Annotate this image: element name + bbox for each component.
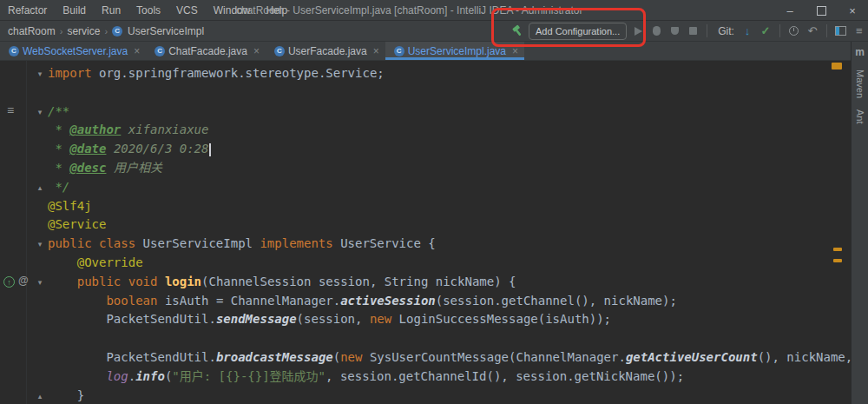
title-bar: RefactorBuildRunToolsVCSWindowHelp chatR… xyxy=(0,0,868,21)
code-token: activeSession xyxy=(340,294,436,308)
breadcrumb-item-service[interactable]: service xyxy=(64,25,102,37)
code-token: (session.getChannel(), nickName); xyxy=(436,294,677,308)
code-line-1[interactable]: import org.springframework.stereotype.Se… xyxy=(48,64,851,83)
code-line-12[interactable]: public void login(ChannelSession session… xyxy=(48,273,851,292)
gutter-separator xyxy=(26,61,27,404)
code-line-14[interactable]: PacketSendUtil.sendMessage(session, new … xyxy=(48,310,851,329)
tool-window-button-ant[interactable]: Ant xyxy=(855,109,865,124)
code-token xyxy=(48,369,106,383)
run-toolbar: Add Configuration... Git: ↓ ✓ ↶ ≡ xyxy=(510,21,866,41)
add-configuration-button[interactable]: Add Configuration... xyxy=(529,23,627,40)
code-token: @desc xyxy=(69,161,106,175)
build-hammer-icon[interactable] xyxy=(510,24,524,38)
minimize-icon[interactable]: – xyxy=(774,0,806,21)
code-line-9[interactable]: @Service xyxy=(48,215,851,235)
code-line-3[interactable]: /** xyxy=(48,103,851,122)
code-line-4[interactable]: * @author xifanxiaxue xyxy=(48,121,851,140)
tab-close-icon[interactable]: × xyxy=(253,45,260,57)
tab-close-icon[interactable]: × xyxy=(512,45,518,57)
git-label: Git: xyxy=(718,25,734,37)
code-token: xifanxiaxue xyxy=(121,123,208,136)
window-title: chatRoom - UserServiceImpl.java [chatRoo… xyxy=(236,0,582,21)
maven-m-icon[interactable]: m xyxy=(855,46,865,58)
navigation-toolbar: chatRoom›service›CUserServiceImpl Add Co… xyxy=(0,21,868,42)
fold-marker[interactable]: ▾ xyxy=(33,239,47,249)
breadcrumb-item-chatRoom[interactable]: chatRoom xyxy=(5,25,58,37)
code-area[interactable]: import org.springframework.stereotype.Se… xyxy=(48,64,851,404)
fold-marker[interactable]: ▴ xyxy=(33,182,47,193)
git-update-icon[interactable]: ↓ xyxy=(740,24,754,38)
code-line-2[interactable] xyxy=(48,83,851,103)
code-token: */ xyxy=(48,180,69,194)
code-token xyxy=(48,255,77,269)
tab-close-icon[interactable]: × xyxy=(373,45,379,57)
fold-marker[interactable]: ▴ xyxy=(33,391,47,401)
menu-item-run[interactable]: Run xyxy=(94,0,128,21)
maximize-icon[interactable] xyxy=(806,0,837,21)
code-token: broadcastMessage xyxy=(216,350,333,364)
code-line-16[interactable]: PacketSendUtil.broadcastMessage(new SysU… xyxy=(48,348,851,368)
run-play-icon[interactable] xyxy=(631,24,645,38)
fold-marker[interactable]: ▾ xyxy=(33,107,47,117)
code-token: (ChannelSession session, String nickName… xyxy=(201,275,516,288)
code-token xyxy=(48,294,106,308)
stop-icon[interactable] xyxy=(686,24,700,38)
code-token: SysUserCountMessage(ChannelManager. xyxy=(362,350,625,364)
rollback-undo-icon[interactable]: ↶ xyxy=(806,24,819,38)
code-token: . xyxy=(128,369,135,383)
code-line-13[interactable]: boolean isAuth = ChannelManager.activeSe… xyxy=(48,292,851,311)
coverage-shield-icon[interactable] xyxy=(667,24,681,38)
hammer-glyph xyxy=(511,24,524,37)
editor-tab-WebSocketServer.java[interactable]: CWebSocketServer.java× xyxy=(0,42,146,60)
editor[interactable]: ≡ ↑ @ import org.springframework.stereot… xyxy=(0,61,851,404)
code-token: @Slf4j xyxy=(48,199,92,213)
fold-marker[interactable]: ▾ xyxy=(33,277,47,288)
scrollbar-marker xyxy=(833,248,842,251)
menu-item-refactor[interactable]: Refactor xyxy=(0,0,55,21)
implements-method-icon[interactable]: ↑ xyxy=(3,276,15,288)
tab-close-icon[interactable]: × xyxy=(134,45,140,57)
structure-list-icon[interactable]: ≡ xyxy=(7,104,14,116)
history-clock-icon[interactable] xyxy=(787,24,801,38)
code-token: (), nickName, xyxy=(758,350,851,364)
editor-tab-UserFacade.java[interactable]: CUserFacade.java× xyxy=(266,42,385,60)
code-line-11[interactable]: @Override xyxy=(48,254,851,273)
menu-item-build[interactable]: Build xyxy=(55,0,94,21)
breadcrumb-separator: › xyxy=(58,26,65,36)
list-icon[interactable]: ≡ xyxy=(852,24,866,38)
editor-tab-ChatFacade.java[interactable]: CChatFacade.java× xyxy=(146,42,266,60)
code-line-17[interactable]: log.info("用户: [{}-{}]登陆成功", session.getC… xyxy=(48,368,851,387)
close-icon[interactable]: × xyxy=(837,0,868,21)
code-line-7[interactable]: */ xyxy=(48,178,851,197)
fold-marker[interactable]: ▾ xyxy=(33,69,47,79)
layout-window-icon[interactable] xyxy=(834,24,848,38)
tab-label: UserFacade.java xyxy=(288,45,367,57)
window-controls: – × xyxy=(774,0,868,21)
code-line-18[interactable]: } xyxy=(48,387,851,404)
code-token: (session, xyxy=(297,312,370,326)
tab-bar: CWebSocketServer.java×CChatFacade.java×C… xyxy=(0,42,851,61)
debug-bug-icon[interactable] xyxy=(649,24,663,38)
code-line-8[interactable]: @Slf4j xyxy=(48,197,851,216)
class-icon: C xyxy=(112,26,122,36)
code-token: PacketSendUtil. xyxy=(48,350,216,364)
code-token: 2020/6/3 0:28 xyxy=(106,142,208,156)
text-cursor xyxy=(209,143,211,156)
code-token: new xyxy=(370,312,391,326)
code-line-15[interactable] xyxy=(48,329,851,348)
code-line-5[interactable]: * @date 2020/6/3 0:28 xyxy=(48,140,851,159)
code-token: UserServiceImpl xyxy=(143,236,260,250)
editor-tab-UserServiceImpl.java[interactable]: CUserServiceImpl.java× xyxy=(385,42,524,60)
code-token: public void xyxy=(77,275,165,288)
tool-window-button-maven[interactable]: Maven xyxy=(855,70,865,98)
menu-item-vcs[interactable]: VCS xyxy=(168,0,206,21)
toolbar-separator xyxy=(779,24,780,37)
menu-item-tools[interactable]: Tools xyxy=(128,0,168,21)
code-token: /** xyxy=(48,104,69,118)
code-token: @date xyxy=(69,142,106,156)
code-line-10[interactable]: public class UserServiceImpl implements … xyxy=(48,235,851,254)
code-line-6[interactable]: * @desc 用户相关 xyxy=(48,159,851,178)
code-token: public class xyxy=(48,236,143,250)
breadcrumb-item-UserServiceImpl[interactable]: UserServiceImpl xyxy=(125,25,207,37)
git-commit-icon[interactable]: ✓ xyxy=(759,24,773,38)
